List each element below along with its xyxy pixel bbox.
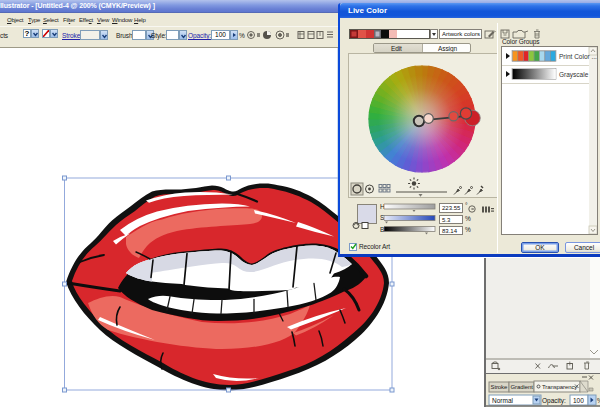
svg-text:100: 100: [573, 397, 584, 404]
svg-text:Grayscale: Grayscale: [559, 71, 589, 79]
svg-text:Gradient: Gradient: [511, 384, 534, 390]
svg-text:Transparency: Transparency: [542, 384, 577, 390]
svg-text:Print Color ...: Print Color ...: [559, 53, 597, 60]
svg-text:Stroke: Stroke: [491, 384, 509, 390]
svg-text:Normal: Normal: [492, 397, 514, 404]
svg-text:Opacity:: Opacity:: [542, 397, 566, 405]
